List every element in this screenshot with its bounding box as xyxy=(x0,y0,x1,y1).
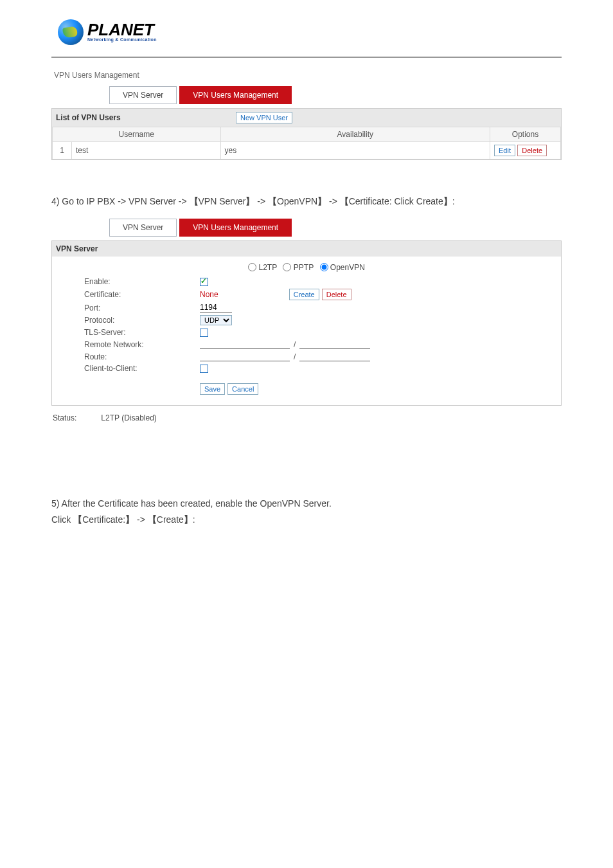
remote-net-input-1[interactable] xyxy=(200,339,290,349)
protocol-select[interactable]: UDP xyxy=(200,315,232,325)
label-client-to-client: Client-to-Client: xyxy=(84,364,200,373)
logo: PLANET Networking & Communication xyxy=(58,19,555,45)
tab-bar: VPN Server VPN Users Management xyxy=(51,86,562,104)
label-route: Route: xyxy=(84,352,200,361)
row-availability: yes xyxy=(220,142,490,159)
screenshot-users-mgmt: VPN Users Management VPN Server VPN User… xyxy=(51,64,562,163)
header-bar: PLANET Networking & Communication xyxy=(51,0,562,58)
instruction-step-5: 5) After the Certificate has been create… xyxy=(51,496,562,528)
port-input[interactable] xyxy=(200,303,232,312)
instruction-step-4: 4) Go to IP PBX -> VPN Server -> 【VPN Se… xyxy=(51,194,562,210)
c2c-checkbox[interactable] xyxy=(200,365,208,373)
status-label: Status: xyxy=(53,413,99,422)
radio-pptp[interactable]: PPTP xyxy=(283,263,314,272)
tab-bar-2: VPN Server VPN Users Management xyxy=(51,219,562,237)
cancel-button[interactable]: Cancel xyxy=(227,383,258,395)
radio-openvpn[interactable]: OpenVPN xyxy=(320,263,365,272)
label-remote-network: Remote Network: xyxy=(84,340,200,349)
panel-title: List of VPN Users xyxy=(56,113,236,122)
create-cert-button[interactable]: Create xyxy=(289,289,319,300)
label-protocol: Protocol: xyxy=(84,316,200,325)
save-button[interactable]: Save xyxy=(200,383,225,395)
label-port: Port: xyxy=(84,303,200,312)
label-enable: Enable: xyxy=(84,277,200,286)
tab-vpn-server[interactable]: VPN Server xyxy=(109,86,177,104)
tab-vpn-users[interactable]: VPN Users Management xyxy=(179,86,292,104)
label-certificate: Certificate: xyxy=(84,290,200,299)
label-tls-server: TLS-Server: xyxy=(84,328,200,337)
col-username: Username xyxy=(53,127,221,142)
row-index: 1 xyxy=(53,142,72,159)
radio-l2tp[interactable]: L2TP xyxy=(248,263,277,272)
tab-vpn-users-2[interactable]: VPN Users Management xyxy=(179,219,292,237)
edit-button[interactable]: Edit xyxy=(494,145,515,156)
remote-net-input-2[interactable] xyxy=(299,339,370,349)
delete-cert-button[interactable]: Delete xyxy=(322,289,351,300)
logo-tagline: Networking & Communication xyxy=(87,37,157,42)
breadcrumb: VPN Users Management xyxy=(51,67,562,86)
tab-vpn-server-2[interactable]: VPN Server xyxy=(109,219,177,237)
status-line: Status: L2TP (Disabled) xyxy=(51,413,562,422)
users-table: Username Availability Options 1 test yes… xyxy=(52,127,561,159)
logo-brand: PLANET xyxy=(87,23,157,37)
vpn-type-radios: L2TP PPTP OpenVPN xyxy=(52,257,561,275)
users-panel: List of VPN Users New VPN User Username … xyxy=(51,108,562,160)
col-availability: Availability xyxy=(220,127,490,142)
row-username: test xyxy=(72,142,221,159)
new-vpn-user-button[interactable]: New VPN User xyxy=(236,112,292,123)
table-row: 1 test yes Edit Delete xyxy=(53,142,561,159)
vpn-server-panel: VPN Server L2TP PPTP OpenVPN Enable: Cer… xyxy=(51,240,562,406)
tls-checkbox[interactable] xyxy=(200,329,208,337)
route-input-1[interactable] xyxy=(200,352,290,361)
delete-button[interactable]: Delete xyxy=(517,145,547,156)
route-input-2[interactable] xyxy=(299,352,370,361)
enable-checkbox[interactable] xyxy=(200,278,208,286)
planet-globe-icon xyxy=(58,19,84,45)
certificate-value: None xyxy=(200,290,218,299)
screenshot-vpn-server: VPN Server VPN Users Management VPN Serv… xyxy=(51,216,562,425)
panel-title-2: VPN Server xyxy=(56,244,236,253)
col-options: Options xyxy=(490,127,561,142)
status-value: L2TP (Disabled) xyxy=(101,413,156,422)
